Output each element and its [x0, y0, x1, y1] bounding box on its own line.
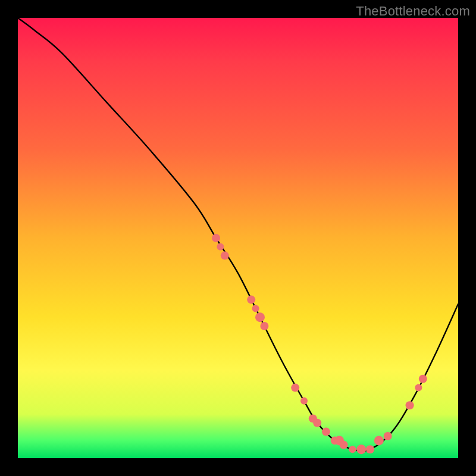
bottleneck-curve — [18, 18, 458, 451]
marker-dot — [322, 428, 330, 436]
highlighted-points — [212, 234, 427, 454]
marker-dot — [300, 397, 308, 405]
marker-dot — [374, 436, 384, 445]
marker-dot — [252, 305, 259, 312]
marker-dot — [247, 296, 255, 304]
marker-dot — [415, 384, 422, 392]
marker-dot — [349, 446, 356, 453]
marker-dot — [356, 444, 366, 454]
marker-dot — [221, 252, 229, 260]
marker-dot — [217, 243, 224, 250]
plot-area — [18, 18, 458, 458]
marker-dot — [212, 234, 220, 242]
chart-svg — [18, 18, 458, 458]
marker-dot — [366, 445, 374, 453]
marker-dot — [384, 432, 392, 440]
marker-dot — [313, 419, 321, 427]
marker-dot — [406, 401, 414, 409]
watermark-text: TheBottleneck.com — [356, 4, 470, 19]
chart-frame: TheBottleneck.com — [0, 0, 476, 476]
marker-dot — [419, 375, 427, 383]
marker-dot — [255, 312, 265, 322]
marker-dot — [291, 384, 299, 392]
marker-dot — [260, 322, 268, 330]
marker-dot — [340, 441, 348, 449]
